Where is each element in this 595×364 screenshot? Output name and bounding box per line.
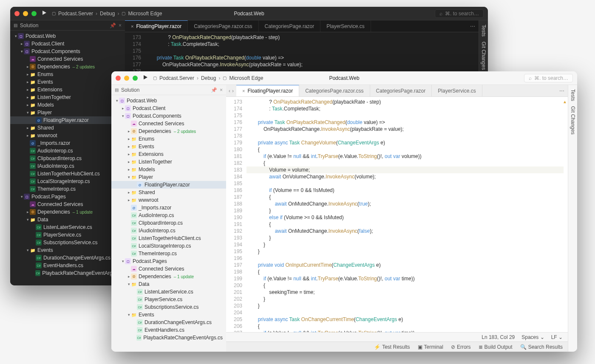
eol-mode[interactable]: LF ⌄: [551, 334, 563, 340]
chevron-icon[interactable]: ▾: [115, 99, 119, 103]
zoom-icon[interactable]: [133, 76, 138, 81]
chevron-icon[interactable]: ▸: [127, 198, 131, 202]
tree-node[interactable]: ▸📁Events: [10, 78, 125, 86]
chevron-icon[interactable]: ▾: [121, 114, 125, 118]
tree-node[interactable]: ▸📁Shared: [111, 189, 226, 196]
tree-node[interactable]: C#DurationChangeEventArgs.cs: [10, 254, 125, 262]
tree-node[interactable]: ▾📁Events: [111, 311, 226, 319]
tree-node[interactable]: ▸◻︎Podcast.Client: [111, 104, 226, 112]
breadcrumb-item[interactable]: Debug: [201, 75, 216, 81]
close-icon[interactable]: [14, 11, 20, 16]
chevron-icon[interactable]: ▸: [127, 152, 131, 156]
pin-icon[interactable]: 📌: [110, 23, 116, 28]
tree-node[interactable]: ▾◻︎Podcast.Web: [111, 97, 226, 104]
tree-node[interactable]: C#DurationChangeEventArgs.cs: [111, 319, 226, 326]
chevron-icon[interactable]: ▸: [127, 274, 131, 279]
tree-node[interactable]: C#EventHandlers.cs: [10, 262, 125, 269]
warning-marker-icon[interactable]: ▲: [563, 99, 567, 105]
close-tab-icon[interactable]: ×: [242, 88, 245, 93]
tree-node[interactable]: ▾📁Data: [10, 216, 125, 223]
cursor-position[interactable]: Ln 183, Col 29: [482, 334, 515, 340]
tree-node[interactable]: C#IAudioInterop.cs: [10, 162, 125, 170]
tree-node[interactable]: ▸⦿Dependencies– 1 update: [10, 208, 125, 216]
breadcrumb-item[interactable]: Podcast.Server: [58, 11, 93, 17]
tree-node[interactable]: ▸📁Extensions: [111, 150, 226, 158]
tree-node[interactable]: ▸📁Enums: [111, 135, 226, 143]
code-content[interactable]: ? OnPlaybackRateChanged(playbackRate - s…: [246, 97, 564, 332]
chevron-icon[interactable]: ▸: [121, 106, 125, 110]
tree-node[interactable]: ▾📁Player: [111, 173, 226, 181]
chevron-icon[interactable]: ▸: [26, 103, 30, 107]
editor-tab[interactable]: ×FloatingPlayer.razor: [236, 85, 299, 96]
tree-node[interactable]: ▸📁Enums: [10, 71, 125, 78]
tree-node[interactable]: ▾◻︎Podcast.Web: [10, 32, 125, 40]
tray-item[interactable]: ⚡Test Results: [374, 344, 410, 350]
tree-node[interactable]: C#PlayerService.cs: [111, 296, 226, 303]
search-input[interactable]: ⌕ ⌘. to search…: [524, 74, 573, 82]
tree-node[interactable]: C#ListenTogetherHubClient.cs: [111, 234, 226, 242]
search-input[interactable]: ⌕ ⌘. to search…: [435, 9, 484, 18]
minimize-icon[interactable]: [124, 76, 129, 81]
tree-node[interactable]: ▾◻︎Podcast.Pages: [111, 257, 226, 265]
tree-node[interactable]: C#ThemeInterop.cs: [10, 185, 125, 193]
editor-tab[interactable]: CategoriesPage.razor.css: [299, 85, 370, 96]
tree-node[interactable]: C#PlaybackRateChangeEventArgs.cs: [10, 269, 125, 277]
tree-node[interactable]: ▸📁ListenTogether: [111, 158, 226, 166]
chevron-icon[interactable]: ▾: [127, 175, 131, 179]
chevron-icon[interactable]: ▸: [127, 129, 131, 133]
tray-item[interactable]: ≣Build Output: [479, 344, 513, 350]
chevron-icon[interactable]: ▸: [26, 65, 30, 69]
tree-node[interactable]: ▸⦿Dependencies– 2 updates: [111, 127, 226, 135]
tree-node[interactable]: @FloatingPlayer.razor: [10, 116, 125, 124]
chevron-icon[interactable]: ▸: [26, 133, 30, 138]
chevron-icon[interactable]: ▸: [127, 137, 131, 141]
tree-node[interactable]: C#LocalStorageInterop.cs: [111, 242, 226, 250]
chevron-icon[interactable]: ▾: [26, 217, 30, 222]
tree-node[interactable]: ☁Connected Services: [111, 265, 226, 273]
tree-node[interactable]: ▾◻︎Podcast.Components: [111, 112, 226, 120]
chevron-icon[interactable]: ▸: [26, 87, 30, 92]
tree-node[interactable]: ▸📁Models: [111, 166, 226, 173]
tree-node[interactable]: C#ListenLaterService.cs: [111, 288, 226, 296]
minimize-icon[interactable]: [23, 11, 28, 16]
zoom-icon[interactable]: [31, 11, 37, 16]
rail-tab-gitchanges[interactable]: Git Changes: [481, 42, 487, 70]
chevron-icon[interactable]: ▾: [20, 195, 24, 199]
tree-node[interactable]: ▾📁Data: [111, 280, 226, 288]
tree-node[interactable]: ☁Connected Services: [10, 200, 125, 208]
chevron-icon[interactable]: ▸: [26, 210, 30, 214]
run-icon[interactable]: [143, 75, 148, 81]
tree-node[interactable]: C#AudioInterop.cs: [10, 147, 125, 155]
breadcrumb-item[interactable]: Microsoft Edge: [128, 11, 162, 17]
tree-node[interactable]: ▾◻︎Podcast.Components: [10, 48, 125, 55]
code-editor[interactable]: 173 174 175 176 177 178 179 180 181 182 …: [226, 97, 568, 332]
pin-icon[interactable]: 📌: [211, 87, 217, 93]
tray-item[interactable]: 🔍Search Results: [520, 344, 563, 350]
rail-tab-tests[interactable]: Tests: [570, 89, 576, 101]
tray-item[interactable]: ▣Terminal: [418, 344, 443, 350]
chevron-icon[interactable]: ▸: [26, 80, 30, 84]
tree-node[interactable]: ▸⦿Dependencies– 1 update: [111, 273, 226, 280]
editor-tab[interactable]: ×FloatingPlayer.razor: [125, 20, 188, 32]
chevron-icon[interactable]: ▸: [26, 72, 30, 76]
tree-node[interactable]: ▸📁Events: [111, 143, 226, 150]
breadcrumb[interactable]: ▢ Podcast.Server › Debug › ▢ Microsoft E…: [153, 75, 263, 81]
close-icon[interactable]: [116, 76, 121, 81]
chevron-icon[interactable]: ▸: [26, 126, 30, 130]
tree-node[interactable]: C#PlayerService.cs: [10, 231, 125, 239]
solution-tree[interactable]: ▾◻︎Podcast.Web▸◻︎Podcast.Client▾◻︎Podcas…: [111, 95, 226, 352]
close-panel-icon[interactable]: ×: [119, 23, 122, 28]
tree-node[interactable]: @_Imports.razor: [10, 139, 125, 147]
tree-node[interactable]: C#ClipboardInterop.cs: [111, 219, 226, 227]
close-panel-icon[interactable]: ×: [220, 87, 223, 93]
chevron-icon[interactable]: ▾: [127, 282, 131, 286]
tree-node[interactable]: C#IAudioInterop.cs: [111, 227, 226, 234]
tree-node[interactable]: C#PlaybackRateChangeEventArgs.cs: [111, 334, 226, 341]
tree-node[interactable]: ▾📁Player: [10, 109, 125, 116]
tab-overflow-icon[interactable]: ⋯: [556, 85, 568, 96]
tree-node[interactable]: C#ClipboardInterop.cs: [10, 155, 125, 162]
tree-node[interactable]: ▸⦿Dependencies– 2 updates: [10, 63, 125, 71]
tree-node[interactable]: C#EventHandlers.cs: [111, 326, 226, 334]
tree-node[interactable]: ▸📁Extensions: [10, 86, 125, 93]
tree-node[interactable]: ☁Connected Services: [10, 55, 125, 63]
